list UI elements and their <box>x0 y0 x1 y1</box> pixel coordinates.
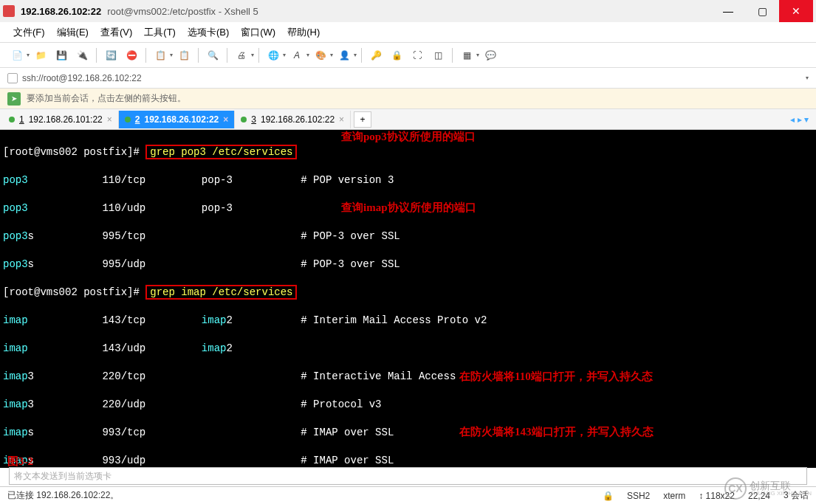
menu-edit[interactable]: 编辑(E) <box>52 23 93 42</box>
address-icon <box>7 73 18 83</box>
new-file-icon[interactable]: 📄 <box>7 46 27 65</box>
print-icon[interactable]: 🖨 <box>232 46 251 65</box>
tab-3[interactable]: 3 192.168.26.102:22 × <box>235 111 351 128</box>
address-dropdown-icon[interactable]: ▾ <box>806 75 809 81</box>
send-text-input[interactable]: 将文本发送到当前选项卡 <box>9 467 807 485</box>
tab-close-icon[interactable]: × <box>339 114 344 125</box>
tab-num: 1 <box>19 114 24 125</box>
font-icon[interactable]: A <box>287 46 306 65</box>
tab-label: 192.168.26.102:22 <box>261 114 335 125</box>
globe-icon[interactable]: 🌐 <box>264 46 283 65</box>
close-button[interactable]: ✕ <box>779 0 813 22</box>
address-bar: ssh://root@192.168.26.102:22 ▾ <box>0 68 816 89</box>
save-icon[interactable]: 💾 <box>52 46 71 65</box>
hint-text: 要添加当前会话，点击左侧的箭头按钮。 <box>27 92 186 105</box>
hint-bar: ➤ 要添加当前会话，点击左侧的箭头按钮。 <box>0 89 816 109</box>
menu-file[interactable]: 文件(F) <box>9 23 49 42</box>
menu-view[interactable]: 查看(V) <box>96 23 137 42</box>
title-path: root@vms002:/etc/postfix - Xshell 5 <box>107 6 258 17</box>
open-icon[interactable]: 📁 <box>31 46 50 65</box>
tab-num: 3 <box>251 114 256 125</box>
watermark: CX 创新互联 CHUANG XIN HU LIAN <box>724 477 812 500</box>
reconnect-icon[interactable]: 🔄 <box>101 46 120 65</box>
menu-help[interactable]: 帮助(H) <box>283 23 324 42</box>
status-proto: SSH2 <box>627 491 650 501</box>
lock-icon[interactable]: 🔒 <box>387 46 406 65</box>
chat-icon[interactable]: 💬 <box>481 46 500 65</box>
watermark-sub: CHUANG XIN HU LIAN <box>750 490 812 497</box>
status-term: xterm <box>663 491 685 501</box>
menu-bar: 文件(F) 编辑(E) 查看(V) 工具(T) 选项卡(B) 窗口(W) 帮助(… <box>0 22 816 43</box>
status-bar: 已连接 192.168.26.102:22。 🔒 SSH2 xterm ↕ 11… <box>0 486 816 504</box>
minimize-button[interactable]: — <box>711 0 745 22</box>
window-controls: — ▢ ✕ <box>711 0 813 22</box>
tiles-icon[interactable]: ▦ <box>457 46 476 65</box>
tab-status-icon <box>125 117 131 122</box>
tab-add-button[interactable]: + <box>354 111 371 128</box>
annotation-fw143: 在防火墙将143端口打开，并写入持久态 <box>458 425 655 439</box>
status-connection: 已连接 192.168.26.102:22。 <box>7 489 119 502</box>
watermark-icon: CX <box>724 477 747 500</box>
maximize-button[interactable]: ▢ <box>745 0 779 22</box>
tab-bar: 1 192.168.26.101:22 × 2 192.168.26.102:2… <box>0 109 816 130</box>
watermark-name: 创新互联 <box>750 481 812 490</box>
tab-status-icon <box>241 117 247 122</box>
tab-label: 192.168.26.102:22 <box>145 114 219 125</box>
key-icon[interactable]: 🔑 <box>366 46 385 65</box>
status-lock-icon: 🔒 <box>603 491 614 501</box>
tab-num: 2 <box>135 114 140 125</box>
title-bar: 192.168.26.102:22 root@vms002:/etc/postf… <box>0 0 816 22</box>
title-left: 192.168.26.102:22 root@vms002:/etc/postf… <box>3 5 258 17</box>
annotation-fw110: 在防火墙将110端口打开，并写入持久态 <box>458 370 654 384</box>
menu-tabs[interactable]: 选项卡(B) <box>183 23 233 42</box>
tab-close-icon[interactable]: × <box>223 114 228 125</box>
tab-close-icon[interactable]: × <box>107 114 112 125</box>
terminal[interactable]: [root@vms002 postfix]# grep pop3 /etc/se… <box>0 130 816 468</box>
tab-2[interactable]: 2 192.168.26.102:22 × <box>119 111 235 128</box>
fullscreen-icon[interactable]: ⛶ <box>408 46 427 65</box>
copy-icon[interactable]: 📋 <box>151 46 170 65</box>
status-arrows-icon: ↕ <box>699 491 703 501</box>
menu-tools[interactable]: 工具(T) <box>140 23 180 42</box>
user-icon[interactable]: 👤 <box>335 46 354 65</box>
address-url[interactable]: ssh://root@192.168.26.102:22 <box>22 73 142 83</box>
find-icon[interactable]: 🔍 <box>203 46 222 65</box>
annotation-pop3: 查询pop3协议所使用的端口 <box>340 130 477 144</box>
palette-icon[interactable]: 🎨 <box>311 46 330 65</box>
split-icon[interactable]: ◫ <box>428 46 448 65</box>
paste-icon[interactable]: 📋 <box>174 46 193 65</box>
arrow-icon[interactable]: ➤ <box>7 92 21 106</box>
connect-icon[interactable]: 🔌 <box>72 46 92 65</box>
tab-nav-arrows[interactable]: ◂ ▸ ▾ <box>790 114 813 125</box>
menu-window[interactable]: 窗口(W) <box>236 23 280 42</box>
annotation-imap: 查询imap协议所使用的端口 <box>340 201 478 215</box>
figure-label: 图3-2 <box>7 455 33 469</box>
title-host: 192.168.26.102:22 <box>21 6 101 17</box>
disconnect-icon[interactable]: ⛔ <box>122 46 141 65</box>
tab-1[interactable]: 1 192.168.26.101:22 × <box>3 111 119 128</box>
tab-status-icon <box>9 117 15 122</box>
toolbar: 📄▾ 📁 💾 🔌 🔄 ⛔ 📋▾ 📋 🔍 🖨▾ 🌐▾ A▾ 🎨▾ 👤▾ 🔑 🔒 ⛶… <box>0 43 816 68</box>
input-placeholder: 将文本发送到当前选项卡 <box>14 470 112 483</box>
tab-label: 192.168.26.101:22 <box>29 114 103 125</box>
app-icon <box>3 5 15 17</box>
